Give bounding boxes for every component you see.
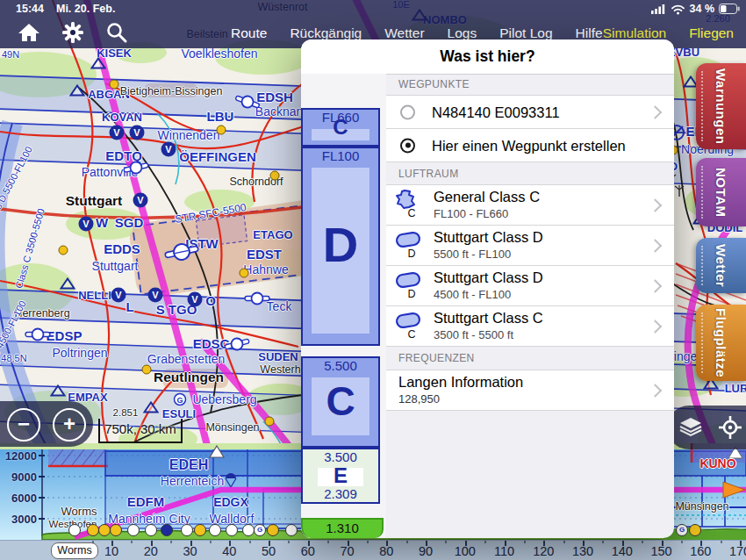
waypoint-triangle-icon[interactable] [60, 277, 75, 291]
chevron-right-icon[interactable] [649, 105, 663, 119]
section-header-wegpunkte: WEGPUNKTE [386, 74, 674, 95]
reporting-point-icon[interactable]: V [161, 141, 177, 158]
map-label: 48,5N [1, 353, 26, 363]
airport-icon[interactable] [224, 337, 250, 352]
map-label: Münsingen [675, 500, 728, 513]
reporting-point-icon[interactable]: V [129, 125, 146, 141]
airspace-layer-box[interactable]: 5.500 C [301, 356, 380, 448]
distance-tick-label: 100 [455, 544, 476, 558]
distance-tick-label: 10 [104, 544, 118, 558]
obstacle-dot-icon[interactable] [216, 125, 226, 135]
chevron-right-icon[interactable] [649, 384, 663, 398]
distance-axis[interactable]: Worms 10 20 30 40 50 60 70 80 [0, 540, 746, 560]
flight-app-screen: { "status_bar": { "time": "15:44", "date… [0, 0, 746, 560]
distance-tick-label: 170 [729, 544, 746, 558]
reporting-point-icon[interactable]: V [78, 216, 95, 233]
reporting-point-icon[interactable]: V [109, 125, 126, 141]
map-label: W [96, 215, 108, 230]
profile-waypoint-icon [110, 524, 122, 536]
airspace-layer-box[interactable]: 3.500 E 2.309 [301, 448, 380, 504]
airport-icon[interactable] [244, 291, 270, 306]
map-label: Reutlingen [154, 370, 224, 385]
zoom-controls: − + [0, 401, 93, 447]
airport-icon[interactable] [25, 327, 51, 342]
layers-button[interactable] [679, 417, 702, 438]
tab-dotted-edge [701, 166, 703, 219]
obstacle-dot-icon[interactable] [269, 170, 280, 181]
reporting-point-icon[interactable]: V [111, 287, 127, 304]
map-label: SGD [115, 215, 144, 230]
side-tab-wetter[interactable]: Wetter [696, 238, 746, 293]
reporting-point-icon[interactable]: V [187, 291, 204, 308]
date: Mi. 20. Feb. [56, 3, 115, 15]
home-button[interactable] [18, 22, 40, 43]
distance-tick-label: 70 [340, 544, 354, 558]
airspace-row[interactable]: C Stuttgart Class C 3500 ft - 5500 ft [386, 306, 674, 347]
reporting-point-icon[interactable]: V [147, 287, 164, 304]
obstacle-dot-icon[interactable] [141, 364, 152, 375]
airspace-layer-box[interactable]: FL660 C [301, 108, 380, 147]
side-tab-notam[interactable]: NOTAM [696, 158, 746, 226]
airport-icon[interactable] [123, 161, 149, 176]
svg-text:V: V [82, 219, 90, 229]
svg-text:V: V [115, 290, 122, 300]
airspace-row[interactable]: D Stuttgart Class D 4500 ft - FL100 [386, 266, 674, 306]
profile-waypoint-icon [226, 524, 238, 536]
search-icon[interactable] [105, 21, 128, 44]
waypoint-option-row[interactable]: N484140 E0093311 [386, 95, 674, 129]
airspace-column: FL660 C FL100 D 5.500 C 3.500 E 2.309 1.… [301, 74, 386, 538]
map-label: Uebersberg [192, 392, 256, 406]
nav-item-route[interactable]: Route [231, 25, 267, 41]
chevron-right-icon[interactable] [649, 279, 663, 293]
route-start-label[interactable]: Worms [51, 542, 98, 559]
wind-turbine-icon[interactable] [674, 185, 685, 197]
obstacle-dot-icon[interactable] [109, 79, 119, 90]
chevron-right-icon[interactable] [649, 239, 663, 253]
wifi-icon [671, 4, 685, 15]
map-label: KOVAN [102, 111, 142, 124]
locate-crosshair-button[interactable] [718, 415, 742, 440]
map-label: EDDS [104, 241, 140, 256]
settings-gear-icon[interactable] [61, 21, 84, 44]
distance-tick-label: 50 [262, 544, 276, 558]
battery-icon [719, 4, 741, 14]
side-tab-flugplätze[interactable]: Flugplätze [696, 305, 746, 381]
chevron-right-icon[interactable] [649, 319, 663, 334]
radio-selected-icon[interactable] [400, 138, 415, 153]
zoom-out-button[interactable]: − [7, 408, 40, 442]
altitude-tick-label: 6000 [0, 492, 37, 505]
zoom-in-button[interactable]: + [53, 408, 86, 442]
airspace-layer-box[interactable]: FL100 D [301, 147, 380, 346]
nav-item-fliegen[interactable]: Fliegen [689, 25, 734, 41]
section-header-frequenzen: FREQUENZEN [386, 347, 674, 370]
obstacle-dot-icon[interactable] [58, 245, 68, 255]
signal-bars-icon [651, 4, 666, 14]
airspace-row[interactable]: C General Class C FL100 - FL660 [386, 184, 674, 226]
waypoint-option-row[interactable]: Hier einen Wegpunkt erstellen [386, 129, 674, 162]
reporting-point-icon[interactable]: V [133, 192, 149, 209]
side-tab-warnungen[interactable]: Warnungen [696, 63, 746, 149]
waypoint-triangle-icon[interactable] [50, 384, 66, 398]
obstacle-dot-icon[interactable] [239, 268, 249, 278]
airspace-row[interactable]: D Stuttgart Class D 5500 ft - FL100 [386, 226, 674, 266]
map-label: EDFM [127, 494, 165, 509]
map-label: Hahnwe [243, 262, 288, 276]
chevron-right-icon[interactable] [649, 198, 663, 212]
obstacle-dot-icon[interactable] [264, 416, 275, 427]
airport-icon[interactable] [234, 95, 261, 110]
svg-text:V: V [165, 144, 172, 154]
waypoint-triangle-icon[interactable] [143, 401, 159, 414]
scale-label: 750k, 30 km [100, 421, 181, 436]
profile-waypoint-icon [181, 524, 193, 536]
profile-waypoint-icon [68, 524, 81, 536]
profile-waypoint-icon [242, 524, 255, 536]
profile-waypoint-icon [87, 524, 99, 536]
distance-tick-label: 110 [494, 544, 514, 558]
waypoint-triangle-icon[interactable] [90, 57, 106, 70]
frequency-row[interactable]: Langen Information 128,950 [386, 370, 674, 411]
radio-unselected-icon[interactable] [400, 104, 415, 119]
profile-waypoint-icon [267, 524, 279, 536]
waypoint-triangle-icon[interactable] [69, 84, 85, 97]
airport-major-icon[interactable] [164, 242, 199, 262]
glider-site-icon[interactable]: G [173, 392, 187, 406]
